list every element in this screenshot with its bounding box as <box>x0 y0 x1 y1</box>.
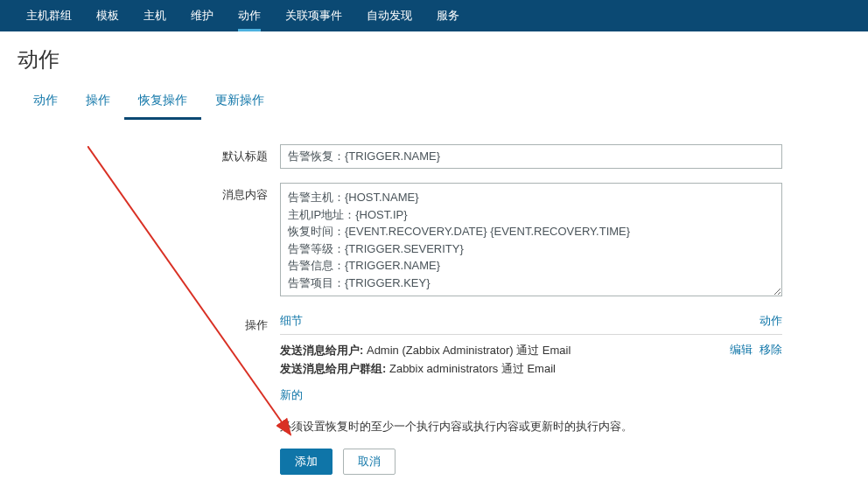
edit-link[interactable]: 编辑 <box>730 343 752 356</box>
tab-update-operations[interactable]: 更新操作 <box>201 84 278 120</box>
form-area: 默认标题 消息内容 操作 细节 动作 发送消息给用户: Admin (Zabbi… <box>0 120 868 480</box>
ops-line2-prefix: 发送消息给用户群组: <box>280 362 386 375</box>
nav-hostgroups[interactable]: 主机群组 <box>14 0 84 31</box>
top-navigation: 主机群组 模板 主机 维护 动作 关联项事件 自动发现 服务 <box>0 0 868 31</box>
nav-hosts[interactable]: 主机 <box>131 0 178 31</box>
remove-link[interactable]: 移除 <box>760 343 782 356</box>
tab-recovery-operations[interactable]: 恢复操作 <box>124 84 201 120</box>
ops-header-detail: 细节 <box>280 313 303 329</box>
message-content-label: 消息内容 <box>19 183 280 203</box>
nav-services[interactable]: 服务 <box>424 0 472 31</box>
cancel-button[interactable]: 取消 <box>343 449 396 475</box>
operations-block: 细节 动作 发送消息给用户: Admin (Zabbix Administrat… <box>280 313 782 403</box>
nav-templates[interactable]: 模板 <box>84 0 131 31</box>
nav-correlation[interactable]: 关联项事件 <box>273 0 354 31</box>
nav-discovery[interactable]: 自动发现 <box>354 0 424 31</box>
new-link[interactable]: 新的 <box>280 387 782 403</box>
ops-line1-content: Admin (Zabbix Administrator) 通过 Email <box>363 344 570 357</box>
default-subject-label: 默认标题 <box>19 144 280 164</box>
add-button[interactable]: 添加 <box>280 449 332 475</box>
ops-line-1: 发送消息给用户: Admin (Zabbix Administrator) 通过… <box>280 342 570 360</box>
ops-line1-prefix: 发送消息给用户: <box>280 344 363 357</box>
operations-label: 操作 <box>19 313 280 333</box>
ops-line-2: 发送消息给用户群组: Zabbix administrators 通过 Emai… <box>280 360 570 379</box>
default-subject-input[interactable] <box>280 144 782 169</box>
page-title: 动作 <box>0 31 868 84</box>
footnote-text: 必须设置恢复时的至少一个执行内容或执行内容或更新时的执行内容。 <box>280 419 782 435</box>
tab-action[interactable]: 动作 <box>19 84 72 120</box>
message-content-textarea[interactable] <box>280 183 782 296</box>
ops-line2-content: Zabbix administrators 通过 Email <box>386 362 556 375</box>
tab-operations[interactable]: 操作 <box>72 84 124 120</box>
ops-header-action: 动作 <box>760 313 782 329</box>
nav-actions[interactable]: 动作 <box>226 0 273 31</box>
nav-maintenance[interactable]: 维护 <box>178 0 226 31</box>
sub-tabs: 动作 操作 恢复操作 更新操作 <box>0 84 868 120</box>
